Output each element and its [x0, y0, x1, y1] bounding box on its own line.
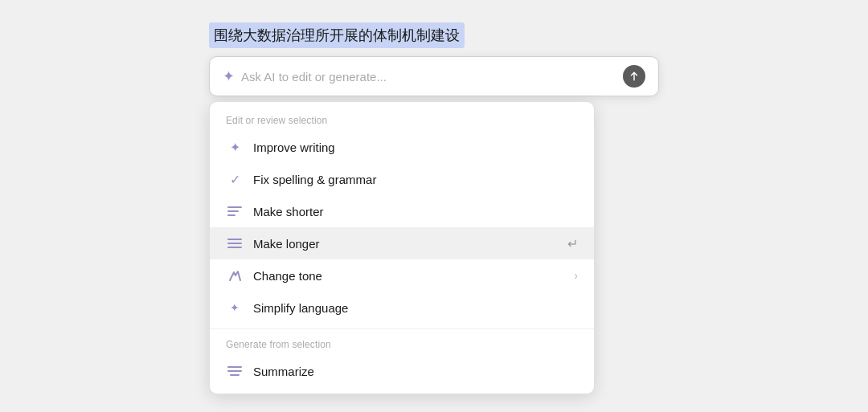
main-container: 围绕大数据治理所开展的体制机制建设 ✦ Ask AI to edit or ge… — [209, 22, 659, 394]
menu-item-make-shorter[interactable]: Make shorter — [210, 195, 594, 227]
send-arrow-icon — [628, 71, 640, 82]
simplify-language-icon: ✦ — [226, 299, 244, 316]
ai-send-button[interactable] — [623, 65, 645, 88]
menu-item-make-longer[interactable]: Make longer ↵ — [210, 227, 594, 259]
change-tone-arrow-icon: › — [574, 269, 578, 282]
change-tone-icon — [226, 267, 244, 284]
menu-item-fix-spelling[interactable]: ✓ Fix spelling & grammar — [210, 163, 594, 195]
ai-input-bar[interactable]: ✦ Ask AI to edit or generate... — [209, 56, 659, 96]
fix-spelling-label: Fix spelling & grammar — [253, 173, 578, 186]
ai-sparkle-icon: ✦ — [223, 67, 235, 85]
menu-item-change-tone[interactable]: Change tone › — [210, 259, 594, 292]
improve-writing-label: Improve writing — [253, 141, 578, 154]
fix-spelling-icon: ✓ — [226, 170, 244, 188]
generate-section-label: Generate from selection — [210, 334, 594, 355]
ai-menu-dropdown: Edit or review selection ✦ Improve writi… — [209, 101, 595, 394]
make-shorter-icon — [226, 202, 244, 220]
improve-writing-icon: ✦ — [226, 138, 244, 156]
selected-text: 围绕大数据治理所开展的体制机制建设 — [209, 22, 465, 48]
make-shorter-label: Make shorter — [253, 205, 578, 218]
summarize-label: Summarize — [253, 365, 578, 378]
change-tone-label: Change tone — [253, 269, 574, 283]
summarize-icon — [226, 362, 244, 380]
simplify-language-label: Simplify language — [253, 301, 578, 315]
menu-item-improve-writing[interactable]: ✦ Improve writing — [210, 131, 594, 163]
edit-section-label: Edit or review selection — [210, 110, 594, 131]
ai-input-placeholder: Ask AI to edit or generate... — [241, 70, 616, 84]
make-longer-enter-icon: ↵ — [567, 236, 578, 251]
menu-item-simplify-language[interactable]: ✦ Simplify language — [210, 292, 594, 324]
make-longer-label: Make longer — [253, 237, 567, 251]
menu-item-summarize[interactable]: Summarize — [210, 355, 594, 387]
section-divider — [210, 328, 594, 329]
make-longer-icon — [226, 235, 244, 252]
